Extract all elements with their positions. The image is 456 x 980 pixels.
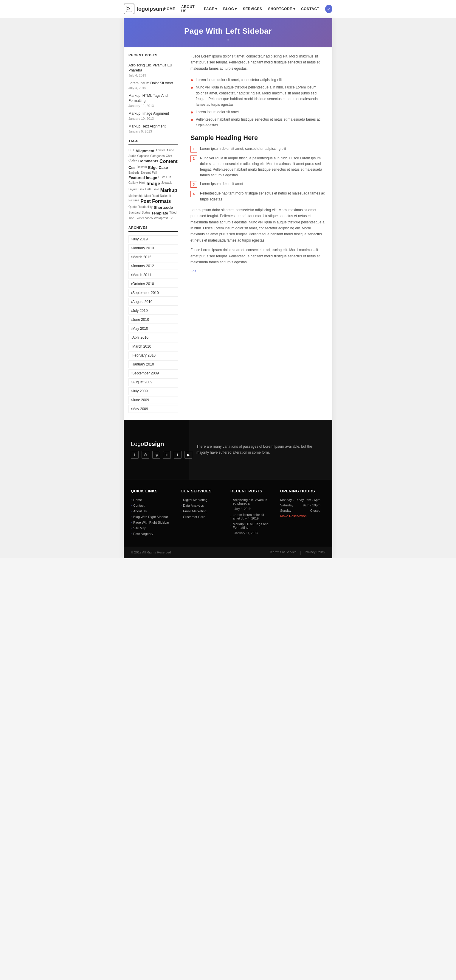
logo[interactable]: logoipsum	[124, 3, 164, 14]
archive-item[interactable]: › February 2010	[128, 352, 178, 359]
tag-item[interactable]: Dowork	[137, 165, 147, 170]
archive-item[interactable]: › October 2010	[128, 280, 178, 288]
footer-link-item[interactable]: ›Home	[131, 498, 171, 502]
recent-post-item[interactable]: Markup: Text Alignment January 9, 2013	[128, 124, 178, 133]
tag-item[interactable]: Standard	[128, 211, 141, 215]
nav-services[interactable]: SERVICES	[243, 7, 262, 11]
tag-item[interactable]: Post Formats	[140, 199, 171, 204]
archive-item[interactable]: › January 2013	[128, 244, 178, 252]
tag-item[interactable]: Markup	[160, 188, 177, 193]
archive-item[interactable]: › March 2011	[128, 271, 178, 279]
archive-item[interactable]: › June 2009	[128, 396, 178, 404]
linkedin-icon[interactable]: in	[163, 451, 171, 459]
tag-item[interactable]: Comments	[138, 159, 158, 164]
tag-item[interactable]: Mothership	[128, 194, 143, 197]
tag-item[interactable]: Title	[128, 216, 134, 220]
tag-item[interactable]: Pictures	[128, 199, 139, 204]
tag-item[interactable]: Alignment	[135, 149, 155, 153]
archive-item[interactable]: › July 2010	[128, 307, 178, 315]
tag-item[interactable]: Layout	[128, 188, 137, 193]
tag-item[interactable]: Html	[139, 181, 145, 186]
archive-item[interactable]: › June 2010	[128, 316, 178, 323]
archive-item[interactable]: › July 2009	[128, 387, 178, 395]
archive-item[interactable]: › April 2010	[128, 334, 178, 341]
archive-item[interactable]: › March 2010	[128, 342, 178, 350]
tag-item[interactable]: Fail	[152, 171, 157, 174]
tag-item[interactable]: Status	[142, 211, 150, 215]
instagram-icon[interactable]: ◎	[152, 451, 160, 459]
pinterest-icon[interactable]: ℗	[142, 451, 149, 459]
tag-item[interactable]: Featured Image	[128, 175, 157, 180]
tag-item[interactable]: Lists	[145, 188, 151, 193]
make-reservation-link[interactable]: Make Reservation	[280, 514, 320, 518]
archive-item[interactable]: › September 2010	[128, 289, 178, 297]
tag-item[interactable]: Image	[146, 181, 160, 186]
footer-link-item[interactable]: ›Email Marketing	[181, 509, 221, 513]
tag-item[interactable]: Readability	[138, 205, 152, 210]
tag-item[interactable]: Twitter	[135, 216, 144, 220]
tag-item[interactable]: Nailed It	[160, 194, 171, 197]
tag-item[interactable]: Template	[151, 211, 168, 215]
footer-post-item[interactable]: ›Markup: HTML Tags and Formatting	[230, 522, 271, 529]
tag-item[interactable]: Categories	[150, 154, 164, 158]
archive-item[interactable]: › March 2012	[128, 253, 178, 261]
nav-page[interactable]: PAGE ▾	[204, 7, 217, 11]
tag-item[interactable]: Codex	[128, 159, 137, 164]
tag-item[interactable]: Excerpt	[141, 171, 151, 174]
footer-link-item[interactable]: ›About Us	[131, 509, 171, 513]
tag-item[interactable]: Chat	[166, 154, 172, 158]
recent-post-item[interactable]: Adipiscing Elit. Vivamus Eu Pharetra Jul…	[128, 63, 178, 77]
tag-item[interactable]: Captions	[137, 154, 149, 158]
footer-post-item[interactable]: ›Adipiscing elit. Vivamus eu pharetra	[230, 498, 271, 505]
tag-item[interactable]: Edge Case	[148, 165, 168, 170]
tag-item[interactable]: Video	[145, 216, 153, 220]
archive-item[interactable]: › May 2010	[128, 325, 178, 332]
tag-item[interactable]: Titled	[169, 211, 177, 215]
tag-item[interactable]: Css	[128, 165, 136, 170]
tag-item[interactable]: BBT	[128, 149, 134, 153]
tag-item[interactable]: Aside	[167, 149, 174, 153]
recent-post-item[interactable]: Lorem Ipsum Dolor Sit Amet July 4, 2019	[128, 81, 178, 90]
footer-link-item[interactable]: ›Digital Marketing	[181, 498, 221, 502]
footer-link-item[interactable]: ›Data Analytics	[181, 504, 221, 507]
nav-shortcode[interactable]: SHORTCODE ▾	[268, 7, 295, 11]
tag-item[interactable]: Content	[159, 159, 177, 164]
nav-blog[interactable]: BLOG ▾	[223, 7, 237, 11]
tag-item[interactable]: Quote	[128, 205, 137, 210]
twitter-icon[interactable]: t	[174, 451, 182, 459]
privacy-link[interactable]: Privacy Policy	[305, 550, 325, 555]
archive-item[interactable]: › September 2009	[128, 369, 178, 377]
archive-item[interactable]: › January 2012	[128, 262, 178, 270]
tag-item[interactable]: Gallery	[128, 181, 138, 186]
archive-item[interactable]: › May 2009	[128, 405, 178, 413]
archive-item[interactable]: › August 2010	[128, 298, 178, 305]
footer-link-item[interactable]: ›Post catgeory	[131, 532, 171, 536]
tag-item[interactable]: Wordpress.Tv	[154, 216, 172, 220]
footer-link-item[interactable]: ›Contact	[131, 504, 171, 507]
nav-contact[interactable]: CONTACT	[301, 7, 319, 11]
footer-post-item[interactable]: ›Lorem ipsum dolor sit amet July 4, 2019	[230, 513, 271, 520]
tag-item[interactable]: Embeds	[128, 171, 139, 174]
archive-item[interactable]: › January 2010	[128, 360, 178, 368]
tag-item[interactable]: Fun	[166, 175, 171, 180]
nav-about[interactable]: ABOUT US	[181, 5, 198, 13]
edit-link[interactable]: Edit	[190, 269, 196, 273]
tag-item[interactable]: Audio	[128, 154, 136, 158]
tag-item[interactable]: Jetpack	[161, 181, 172, 186]
terms-link[interactable]: Tearrms of Service	[269, 550, 297, 555]
footer-link-item[interactable]: ›Blog With Right Sidebar	[131, 515, 171, 519]
nav-home[interactable]: HOME	[164, 7, 175, 11]
recent-post-item[interactable]: Markup: Image Alignment January 10, 2013	[128, 111, 178, 120]
footer-link-item[interactable]: ›Customer Care	[181, 515, 221, 519]
tag-item[interactable]: Shortcode	[154, 205, 173, 210]
tag-item[interactable]: Articles	[156, 149, 166, 153]
tag-item[interactable]: FTW	[158, 175, 165, 180]
footer-link-item[interactable]: ›Page With Right Sidebar	[131, 521, 171, 524]
facebook-icon[interactable]: f	[131, 451, 139, 459]
archive-item[interactable]: › July 2019	[128, 235, 178, 243]
archive-item[interactable]: › August 2009	[128, 378, 178, 386]
share-button[interactable]: ⤢	[325, 5, 332, 13]
tag-item[interactable]: Link	[139, 188, 144, 193]
tag-item[interactable]: Must Read	[144, 194, 159, 197]
footer-link-item[interactable]: ›Site Map	[131, 527, 171, 530]
